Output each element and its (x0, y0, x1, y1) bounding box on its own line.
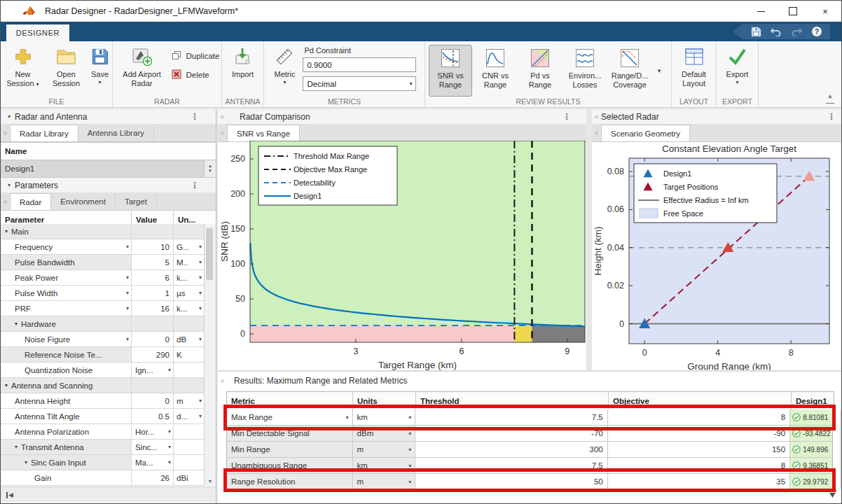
dropdown-icon[interactable]: ▾ (126, 244, 129, 250)
dropdown-icon[interactable]: ▾ (126, 290, 129, 296)
review-button-cnr-vs-range[interactable]: CNR vs Range (474, 45, 517, 97)
param-value[interactable]: 16 (132, 301, 174, 316)
results-row-unambiguous-range[interactable]: Unambiguous Rangekm▾7.589.36851 (226, 458, 833, 474)
param-row-pulse-bandwidth[interactable]: Pulse Bandwidth5M..▾ (1, 255, 204, 270)
metric-button[interactable]: Metric ▾ (272, 44, 298, 91)
units-cell[interactable]: m▾ (353, 474, 416, 489)
collapse-icon[interactable]: ▾ (15, 321, 18, 327)
list-spinner[interactable]: ▲▼ (204, 160, 216, 177)
param-unit[interactable]: G...▾ (174, 239, 204, 254)
drag-grip-icon[interactable]: ≡ (592, 113, 601, 120)
param-unit[interactable]: k...▾ (174, 270, 204, 285)
duplicate-button[interactable]: Duplicate (171, 50, 220, 62)
threshold-cell[interactable]: 300 (415, 442, 607, 457)
close-button[interactable]: × (809, 1, 841, 22)
param-row-hardware[interactable]: ▾Hardware (1, 316, 204, 332)
param-unit[interactable]: dBi (174, 470, 204, 485)
param-unit[interactable]: K (174, 347, 204, 362)
new-session-button[interactable]: New Session ▾ (2, 44, 44, 90)
param-row-sinc-gain-input[interactable]: ▾Sinc Gain InputMa...▾ (1, 455, 204, 470)
results-row-max-range[interactable]: Max Range▾km▾7.588.81081 (226, 410, 833, 426)
objective-cell[interactable]: 150 (608, 442, 790, 457)
param-row-antenna-polarization[interactable]: Antenna PolarizationHor...▾ (1, 424, 204, 440)
objective-cell[interactable]: 35 (608, 474, 790, 489)
undo-button[interactable] (770, 25, 782, 38)
param-unit[interactable]: d...▾ (174, 409, 204, 424)
drag-grip-icon[interactable]: ≡ (218, 125, 227, 141)
param-value[interactable]: 6 (132, 270, 174, 285)
dropdown-icon[interactable]: ▾ (408, 479, 411, 485)
import-antenna-button[interactable]: Import (230, 44, 256, 80)
review-button-environ-losses[interactable]: Environ... Losses (563, 45, 607, 97)
delete-button[interactable]: Delete (171, 69, 220, 81)
panel-menu-icon[interactable]: ⋮ (191, 112, 199, 122)
quick-save-button[interactable] (750, 25, 762, 38)
dropdown-icon[interactable]: ▾ (346, 414, 349, 421)
save-button[interactable]: Save ▾ (89, 44, 111, 90)
expand-panel-icon[interactable] (828, 489, 837, 501)
results-row-range-resolution[interactable]: Range Resolutionm▾503529.9792 (226, 474, 833, 490)
param-row-transmit-antenna[interactable]: ▾Transmit AntennaSinc...▾ (1, 440, 204, 455)
metric-cell[interactable]: Max Range▾ (227, 410, 353, 425)
threshold-cell[interactable]: -70 (415, 426, 607, 441)
param-row-antenna-tilt-angle[interactable]: Antenna Tilt Angle0.5d...▾ (1, 409, 204, 424)
param-unit[interactable] (174, 455, 204, 470)
panel-menu-icon[interactable]: ⋮ (563, 112, 571, 122)
param-value[interactable]: 5 (132, 255, 174, 270)
param-value[interactable]: 0 (132, 332, 174, 346)
param-value[interactable]: 10 (132, 239, 174, 254)
metric-cell[interactable]: Min Detectable Signal (227, 426, 353, 441)
pd-constraint-input[interactable]: 0.9000 (303, 57, 416, 72)
param-unit[interactable]: k...▾ (174, 301, 204, 316)
param-unit[interactable] (174, 316, 204, 331)
units-cell[interactable]: km▾ (353, 458, 416, 473)
param-row-main[interactable]: ▾Main (1, 224, 204, 239)
param-value[interactable] (132, 378, 174, 393)
collapse-ribbon-button[interactable]: ▴ (826, 93, 834, 104)
param-unit[interactable] (174, 424, 204, 439)
param-unit[interactable] (174, 440, 204, 454)
panel-menu-icon[interactable]: ⋮ (827, 112, 836, 122)
units-cell[interactable]: dBm▾ (353, 426, 416, 441)
metric-cell[interactable]: Min Range (227, 442, 353, 457)
tab-antenna-library[interactable]: Antenna Library (78, 125, 154, 141)
dropdown-icon[interactable]: ▾ (408, 414, 411, 421)
tab-target[interactable]: Target (116, 193, 157, 210)
collapse-icon[interactable]: ▾ (5, 382, 8, 388)
param-value[interactable]: Hor...▾ (132, 424, 174, 439)
threshold-cell[interactable]: 50 (415, 474, 607, 489)
param-unit[interactable]: dB▾ (174, 332, 204, 346)
parameter-scrollbar[interactable]: ▼ (204, 224, 216, 486)
param-unit[interactable]: M..▾ (174, 255, 204, 270)
parameter-hscrollbar[interactable]: ◀ (1, 486, 216, 503)
collapse-icon[interactable]: ▾ (15, 444, 18, 450)
tab-radar[interactable]: Radar (10, 193, 51, 210)
param-value[interactable] (132, 224, 174, 239)
param-row-antenna-and-scanning[interactable]: ▾Antenna and Scanning (1, 378, 204, 393)
param-value[interactable]: 26 (132, 470, 174, 485)
review-overflow-button[interactable]: ▾ (654, 45, 665, 97)
param-row-pulse-width[interactable]: Pulse Width▾1µs▾ (1, 286, 204, 301)
param-row-gain[interactable]: Gain26dBi (1, 470, 204, 486)
export-button[interactable]: Export ▾ (724, 44, 751, 86)
units-cell[interactable]: km▾ (353, 410, 416, 425)
review-button-snr-vs-range[interactable]: SNR vs Range (429, 45, 472, 97)
param-unit[interactable] (174, 363, 204, 377)
param-value[interactable]: 0.5 (132, 409, 174, 424)
tab-radar-library[interactable]: Radar Library (10, 125, 78, 141)
param-value[interactable]: Sinc...▾ (132, 440, 174, 454)
dropdown-icon[interactable]: ▾ (199, 336, 202, 342)
maximize-button[interactable] (777, 1, 809, 22)
param-value[interactable]: 0 (132, 393, 174, 408)
results-row-min-range[interactable]: Min Rangem▾300150149.896 (226, 442, 833, 458)
param-row-frequency[interactable]: Frequency▾10G...▾ (1, 239, 204, 255)
dropdown-icon[interactable]: ▾ (408, 463, 411, 469)
param-row-prf[interactable]: PRF▾16k...▾ (1, 301, 204, 316)
format-select[interactable]: Decimal ▾ (303, 76, 416, 91)
open-session-button[interactable]: Open Session (46, 44, 88, 90)
default-layout-button[interactable]: Default Layout (675, 44, 714, 89)
collapse-icon[interactable]: ▾ (5, 228, 8, 234)
threshold-cell[interactable]: 7.5 (415, 410, 607, 425)
scroll-left-icon[interactable]: ◀ (6, 491, 13, 498)
units-cell[interactable]: m▾ (353, 442, 416, 457)
